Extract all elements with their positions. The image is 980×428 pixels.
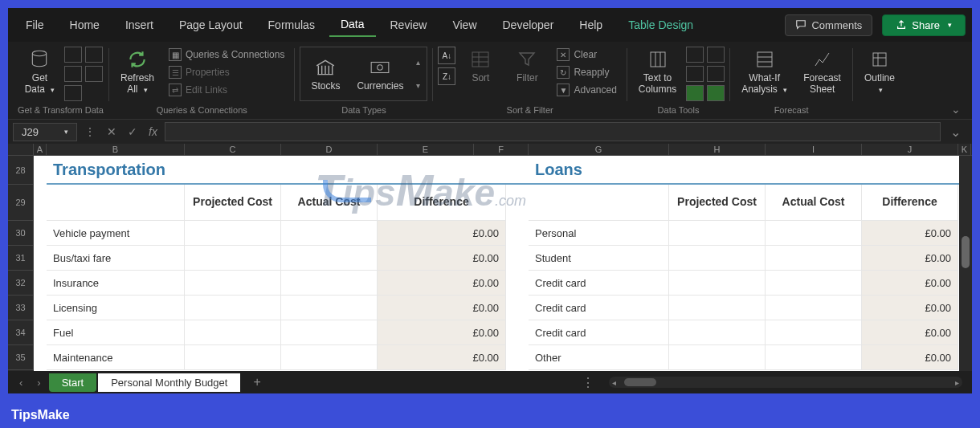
diff-cell[interactable]: £0.00 xyxy=(378,221,505,246)
clear-button[interactable]: ✕Clear xyxy=(552,47,621,63)
outline-button[interactable]: Outline▾ xyxy=(858,47,901,97)
col-B[interactable]: B xyxy=(47,144,185,155)
cell[interactable] xyxy=(669,246,765,271)
menu-data[interactable]: Data xyxy=(329,13,376,37)
table-row[interactable]: Bus/taxi fare xyxy=(47,246,184,271)
tab-nav-prev[interactable]: ‹ xyxy=(13,377,29,389)
menu-review[interactable]: Review xyxy=(379,14,439,36)
forecast-sheet-button[interactable]: Forecast Sheet xyxy=(797,47,847,97)
filter-button[interactable]: Filter xyxy=(505,47,549,85)
cell[interactable] xyxy=(766,271,861,296)
table-row[interactable]: Maintenance xyxy=(47,345,184,370)
name-box[interactable]: J29 ▾ xyxy=(13,123,77,141)
table-row[interactable]: Licensing xyxy=(47,296,184,320)
manage-data-model-icon[interactable] xyxy=(707,85,725,101)
table-row[interactable]: Insurance xyxy=(47,271,184,296)
comments-button[interactable]: Comments xyxy=(785,14,872,36)
col-F[interactable]: F xyxy=(474,144,529,155)
cell[interactable] xyxy=(185,296,280,320)
row-28[interactable]: 28 xyxy=(8,156,34,185)
scroll-up-icon[interactable]: ▴ xyxy=(416,58,420,67)
stocks-button[interactable]: Stocks xyxy=(304,55,347,93)
edit-links-button[interactable]: ⇄Edit Links xyxy=(164,82,289,98)
table-row[interactable]: Fuel xyxy=(47,320,184,345)
sort-button[interactable]: Sort xyxy=(459,47,502,85)
row-33[interactable]: 33 xyxy=(8,296,34,320)
col-E[interactable]: E xyxy=(378,144,474,155)
table-row[interactable]: Credit card xyxy=(529,320,668,345)
fx-icon[interactable]: fx xyxy=(145,125,161,138)
cell[interactable] xyxy=(766,345,861,370)
cell[interactable] xyxy=(281,271,377,296)
refresh-all-button[interactable]: Refresh All ▾ xyxy=(114,47,161,97)
table-row[interactable]: Other xyxy=(529,345,668,370)
diff-cell[interactable]: £0.00 xyxy=(862,221,958,246)
tab-nav-next[interactable]: › xyxy=(31,377,47,389)
from-range-icon[interactable] xyxy=(64,85,82,101)
cell[interactable] xyxy=(185,221,280,246)
col-H[interactable]: H xyxy=(669,144,766,155)
col-I[interactable]: I xyxy=(766,144,862,155)
col-G[interactable]: G xyxy=(529,144,669,155)
sheet-tab-start[interactable]: Start xyxy=(49,373,96,392)
col-A[interactable]: A xyxy=(34,144,47,155)
menu-home[interactable]: Home xyxy=(59,14,111,36)
row-35[interactable]: 35 xyxy=(8,345,34,370)
existing-conn-icon[interactable] xyxy=(85,66,103,82)
table-row[interactable]: Personal xyxy=(529,221,668,246)
diff-cell[interactable]: £0.00 xyxy=(378,320,505,345)
what-if-button[interactable]: What-If Analysis ▾ xyxy=(735,47,794,97)
diff-cell[interactable]: £0.00 xyxy=(862,271,958,296)
expand-formula-icon[interactable]: ⌄ xyxy=(944,124,967,140)
properties-button[interactable]: ☰Properties xyxy=(164,64,289,80)
cell[interactable] xyxy=(669,221,765,246)
diff-cell[interactable]: £0.00 xyxy=(378,345,505,370)
from-web-icon[interactable] xyxy=(64,66,82,82)
cell[interactable] xyxy=(669,320,765,345)
row-29[interactable]: 29 xyxy=(8,185,34,221)
formula-input[interactable] xyxy=(165,122,941,141)
get-data-button[interactable]: Get Data ▾ xyxy=(18,47,61,97)
text-to-columns-button[interactable]: Text to Columns xyxy=(632,47,683,97)
table-row[interactable]: Credit card xyxy=(529,296,668,320)
queries-connections-button[interactable]: ▦Queries & Connections xyxy=(164,47,289,63)
scroll-right-icon[interactable]: ▸ xyxy=(952,378,962,387)
menu-view[interactable]: View xyxy=(441,14,488,36)
scroll-down-icon[interactable]: ▾ xyxy=(416,81,420,90)
recent-sources-icon[interactable] xyxy=(85,47,103,63)
cell[interactable] xyxy=(281,345,377,370)
menu-help[interactable]: Help xyxy=(568,14,614,36)
consolidate-icon[interactable] xyxy=(707,47,725,63)
diff-cell[interactable]: £0.00 xyxy=(862,320,958,345)
diff-cell[interactable]: £0.00 xyxy=(862,296,958,320)
cell[interactable] xyxy=(669,296,765,320)
vertical-scrollbar[interactable] xyxy=(959,156,972,371)
menu-insert[interactable]: Insert xyxy=(114,14,165,36)
col-J[interactable]: J xyxy=(862,144,958,155)
cell[interactable] xyxy=(669,345,765,370)
from-text-icon[interactable] xyxy=(64,47,82,63)
sheet-content[interactable]: TipsMake.com Transportation Vehicle paym… xyxy=(34,156,972,371)
cell[interactable] xyxy=(185,345,280,370)
diff-cell[interactable]: £0.00 xyxy=(862,246,958,271)
table-row[interactable]: Student xyxy=(529,246,668,271)
add-sheet-button[interactable]: + xyxy=(242,375,272,389)
sort-za-icon[interactable]: Z↓ xyxy=(438,67,455,85)
cell[interactable] xyxy=(766,246,861,271)
horizontal-scrollbar[interactable]: ◂ ▸ xyxy=(609,377,962,388)
advanced-button[interactable]: ▼Advanced xyxy=(552,82,621,98)
diff-cell[interactable]: £0.00 xyxy=(378,246,505,271)
cell[interactable] xyxy=(766,221,861,246)
share-button[interactable]: Share ▾ xyxy=(882,14,966,36)
menu-formulas[interactable]: Formulas xyxy=(257,14,326,36)
menu-developer[interactable]: Developer xyxy=(492,14,566,36)
menu-file[interactable]: File xyxy=(14,14,55,36)
diff-cell[interactable]: £0.00 xyxy=(378,296,505,320)
row-32[interactable]: 32 xyxy=(8,271,34,296)
cell[interactable] xyxy=(766,296,861,320)
remove-dupes-icon[interactable] xyxy=(686,66,704,82)
diff-cell[interactable]: £0.00 xyxy=(862,345,958,370)
flash-fill-icon[interactable] xyxy=(686,47,704,63)
menu-page-layout[interactable]: Page Layout xyxy=(168,14,254,36)
row-34[interactable]: 34 xyxy=(8,320,34,345)
